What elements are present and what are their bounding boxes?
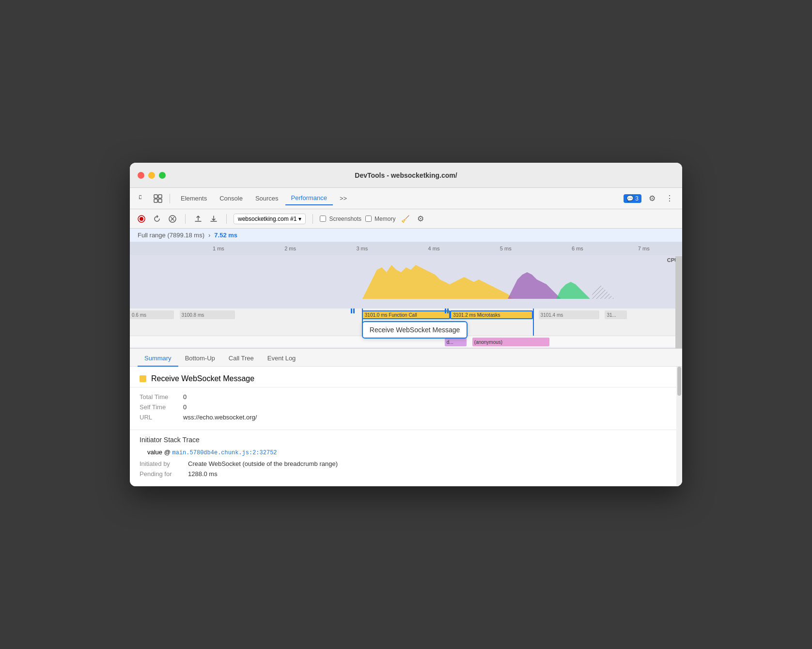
flame-bar-d[interactable]: d...	[445, 338, 467, 346]
bottom-tabs: Summary Bottom-Up Call Tree Event Log	[130, 348, 682, 367]
stack-trace-item: value @ main.5780db4e.chunk.js:2:32752	[140, 448, 672, 456]
cpu-chart: CPU	[130, 255, 682, 304]
tab-elements[interactable]: Elements	[175, 192, 213, 205]
perf-toolbar: websocketking.com #1 ▾ Screenshots Memor…	[130, 209, 682, 229]
record-button[interactable]	[136, 213, 147, 225]
chevron-down-icon: ▾	[298, 216, 301, 222]
screenshots-checkbox[interactable]	[320, 216, 326, 222]
tab-call-tree[interactable]: Call Tree	[222, 351, 261, 367]
tab-more[interactable]: >>	[334, 192, 353, 205]
upload-button[interactable]	[192, 213, 204, 225]
memory-checkbox[interactable]	[365, 216, 372, 222]
ruler-7ms: 7 ms	[638, 246, 650, 251]
event-title: Receive WebSocket Message	[151, 374, 254, 383]
url-row: URL wss://echo.websocket.org/	[140, 414, 672, 421]
more-options-icon[interactable]: ⋮	[663, 192, 676, 205]
ruler-4ms: 4 ms	[428, 246, 440, 251]
summary-header: Receive WebSocket Message	[130, 367, 682, 387]
cursor-icon[interactable]	[136, 192, 149, 205]
flame-bar-3101ms4: 3101.4 ms	[539, 310, 599, 319]
flame-tooltip: Receive WebSocket Message	[362, 321, 468, 339]
pause-right	[445, 309, 449, 313]
self-time-value: 0	[183, 403, 187, 411]
range-bar: Full range (7899.18 ms) › 7.52 ms	[130, 229, 682, 242]
self-time-row: Self Time 0	[140, 403, 672, 411]
traffic-lights	[138, 172, 166, 179]
tab-console[interactable]: Console	[214, 192, 249, 205]
ruler-3ms: 3 ms	[356, 246, 368, 251]
tab-sources[interactable]: Sources	[250, 192, 284, 205]
total-time-value: 0	[183, 393, 187, 401]
clean-icon[interactable]: 🧹	[399, 213, 411, 225]
summary-details: Total Time 0 Self Time 0 URL wss://echo.…	[130, 387, 682, 430]
stack-link[interactable]: main.5780db4e.chunk.js:2:32752	[172, 449, 277, 456]
sep4	[312, 214, 313, 224]
timeline-ruler: 1 ms 2 ms 3 ms 4 ms 5 ms 6 ms 7 ms	[130, 242, 682, 255]
tab-summary[interactable]: Summary	[138, 351, 178, 367]
svg-rect-6	[158, 195, 162, 198]
screenshots-checkbox-group: Screenshots	[320, 216, 361, 222]
self-time-label: Self Time	[140, 403, 183, 411]
pending-for-label: Pending for	[140, 470, 188, 478]
flame-bar-anonymous[interactable]: (anonymous)	[472, 338, 550, 346]
ruler-5ms: 5 ms	[500, 246, 512, 251]
url-value: wss://echo.websocket.org/	[183, 414, 257, 421]
ruler-2ms: 2 ms	[284, 246, 296, 251]
flame-bar-0ms6: 0.6 ms	[130, 310, 174, 319]
range-arrow: ›	[208, 232, 210, 239]
url-label: websocketking.com #1	[238, 216, 297, 222]
settings-icon[interactable]: ⚙	[645, 192, 659, 205]
url-selector[interactable]: websocketking.com #1 ▾	[234, 214, 306, 224]
inspect-icon[interactable]	[151, 192, 165, 205]
ruler-6ms: 6 ms	[572, 246, 583, 251]
svg-rect-7	[158, 199, 162, 202]
summary-scrollbar-track[interactable]	[676, 367, 682, 486]
timeline-handle[interactable]	[675, 256, 682, 348]
flame-bar-3100ms8: 3100.8 ms	[180, 310, 235, 319]
refresh-button[interactable]	[151, 213, 163, 225]
svg-rect-1	[139, 196, 140, 199]
flame-row-1[interactable]: 0.6 ms 3100.8 ms 3101.0 ms Function Call…	[130, 309, 682, 336]
sep2	[185, 214, 186, 224]
url-label: URL	[140, 414, 183, 421]
summary-scrollbar-thumb[interactable]	[677, 367, 681, 396]
message-icon: 💬	[626, 195, 634, 202]
tab-performance[interactable]: Performance	[285, 191, 333, 205]
download-button[interactable]	[208, 213, 219, 225]
clear-button[interactable]	[167, 213, 178, 225]
maximize-button[interactable]	[159, 172, 166, 179]
initiated-by-label: Initiated by	[140, 460, 188, 467]
devtools-window: DevTools - websocketking.com/ Elements C…	[130, 163, 682, 486]
toolbar-right: 💬 3 ⚙ ⋮	[624, 192, 676, 205]
cpu-svg	[130, 255, 682, 304]
main-toolbar: Elements Console Sources Performance >> …	[130, 188, 682, 209]
svg-rect-3	[141, 195, 141, 199]
tab-event-log[interactable]: Event Log	[261, 351, 303, 367]
initiated-by-row: Initiated by Create WebSocket (outside o…	[140, 460, 672, 467]
minimize-button[interactable]	[148, 172, 155, 179]
net-row: NET	[130, 304, 682, 309]
message-badge[interactable]: 💬 3	[624, 194, 641, 203]
flame-bar-function-call[interactable]: 3101.0 ms Function Call	[362, 310, 450, 319]
tab-bottom-up[interactable]: Bottom-Up	[178, 351, 222, 367]
sep3	[226, 214, 227, 224]
ruler-1ms: 1 ms	[213, 246, 224, 251]
flame-bar-31: 31...	[605, 310, 627, 319]
summary-panel: Receive WebSocket Message Total Time 0 S…	[130, 367, 682, 486]
window-title: DevTools - websocketking.com/	[355, 171, 457, 179]
nav-tabs: Elements Console Sources Performance >>	[175, 191, 622, 205]
pause-left	[351, 309, 355, 313]
timeline-section[interactable]: 1 ms 2 ms 3 ms 4 ms 5 ms 6 ms 7 ms	[130, 242, 682, 348]
tooltip-text: Receive WebSocket Message	[370, 326, 460, 334]
pending-for-row: Pending for 1288.0 ms	[140, 470, 672, 478]
screenshots-label[interactable]: Screenshots	[329, 216, 361, 222]
close-button[interactable]	[138, 172, 144, 179]
perf-settings-icon[interactable]: ⚙	[415, 213, 426, 225]
memory-checkbox-group: Memory	[365, 216, 395, 222]
memory-label[interactable]: Memory	[375, 216, 395, 222]
initiated-by-value: Create WebSocket (outside of the breadcr…	[188, 460, 338, 467]
total-time-row: Total Time 0	[140, 393, 672, 401]
badge-count: 3	[635, 195, 639, 202]
flame-bar-microtasks[interactable]: 3101.2 ms Microtasks	[450, 310, 533, 319]
total-time-label: Total Time	[140, 393, 183, 401]
